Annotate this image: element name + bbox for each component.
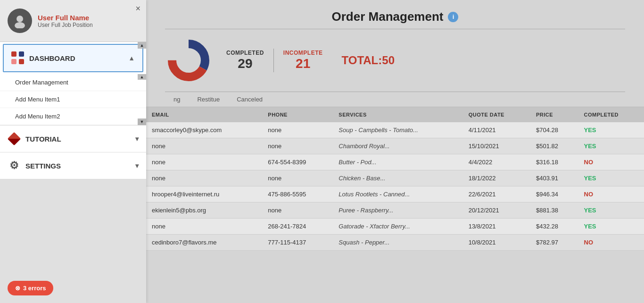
- cell-service: Lotus Rootlets - Canned...: [333, 186, 462, 202]
- nav-tutorial[interactable]: TUTORIAL ▾: [0, 126, 146, 152]
- cell-phone: none: [262, 170, 333, 186]
- table-row[interactable]: none none Chicken - Base... 18/1/2022 $4…: [146, 170, 644, 186]
- nav-settings-label: SETTINGS: [25, 162, 61, 170]
- table-row[interactable]: none 674-554-8399 Butter - Pod... 4/4/20…: [146, 154, 644, 170]
- cell-completed: YES: [578, 202, 644, 219]
- nav-dashboard[interactable]: DASHBOARD ▲: [3, 44, 143, 72]
- cell-completed: NO: [578, 154, 644, 170]
- main-content: Order Management i COMPLETED 29: [146, 0, 644, 303]
- col-email: EMAIL: [146, 107, 262, 122]
- user-name: User Full Name: [38, 14, 93, 22]
- cell-service: Squash - Pepper...: [333, 235, 462, 251]
- cell-completed: YES: [578, 122, 644, 138]
- user-job: User Full Job Position: [38, 22, 93, 28]
- nav-dashboard-label: DASHBOARD: [29, 54, 75, 62]
- table-row[interactable]: smaccorley0@skype.com none Soup - Campbe…: [146, 122, 644, 138]
- incomplete-stat: INCOMPLETE 21: [283, 50, 323, 71]
- cell-price: $432.28: [530, 219, 578, 235]
- nav-settings[interactable]: ⚙ SETTINGS ▾: [0, 152, 146, 179]
- nav-dashboard-section: ▲ DASHBOARD ▲ ▲ Order Management Add Men…: [0, 42, 146, 126]
- cell-price: $316.18: [530, 154, 578, 170]
- incomplete-label: INCOMPLETE: [283, 50, 323, 56]
- cell-date: 20/12/2021: [463, 202, 530, 219]
- stats-numbers: COMPLETED 29 INCOMPLETE 21 TOTAL:50: [226, 49, 395, 72]
- diamond-shape: [8, 132, 21, 145]
- table-wrapper: EMAIL PHONE SERVICES QUOTE DATE PRICE CO…: [146, 107, 644, 303]
- nav-sub-scroll-wrap: ▲ Order Management Add Menu Item1 Add Me…: [0, 74, 146, 125]
- error-icon: ⊗: [15, 285, 20, 292]
- cell-email: none: [146, 154, 262, 170]
- nav-add-menu-item2[interactable]: Add Menu Item2: [0, 108, 146, 125]
- cell-date: 10/8/2021: [463, 235, 530, 251]
- tab-ng[interactable]: ng: [165, 92, 189, 107]
- nav-tutorial-section: TUTORIAL ▾: [0, 126, 146, 152]
- nav-order-management[interactable]: Order Management: [0, 74, 146, 91]
- donut-chart: [165, 37, 212, 84]
- tab-canceled[interactable]: Canceled: [228, 92, 271, 107]
- error-text: 3 errors: [23, 285, 46, 292]
- table-body: smaccorley0@skype.com none Soup - Campbe…: [146, 122, 644, 251]
- tutorial-icon: [8, 132, 21, 145]
- page-header: Order Management i: [146, 0, 644, 29]
- dash-sq-4: [19, 59, 24, 64]
- cell-price: $782.97: [530, 235, 578, 251]
- tab-restitue[interactable]: Restitue: [189, 92, 228, 107]
- settings-chevron: ▾: [135, 162, 139, 169]
- cell-date: 4/11/2021: [463, 122, 530, 138]
- nav-sub-items: Order Management Add Menu Item1 Add Menu…: [0, 74, 146, 125]
- cell-service: Butter - Pod...: [333, 154, 462, 170]
- col-quote-date: QUOTE DATE: [463, 107, 530, 122]
- total-value: 50: [382, 54, 395, 67]
- col-price: PRICE: [530, 107, 578, 122]
- cell-phone: 777-115-4137: [262, 235, 333, 251]
- cell-email: none: [146, 138, 262, 154]
- close-button[interactable]: ×: [135, 4, 140, 14]
- cell-service: Chicken - Base...: [333, 170, 462, 186]
- cell-email: cedinboro7@flavors.me: [146, 235, 262, 251]
- user-info: User Full Name User Full Job Position: [38, 14, 93, 28]
- cell-date: 22/6/2021: [463, 186, 530, 202]
- table-header-row: EMAIL PHONE SERVICES QUOTE DATE PRICE CO…: [146, 107, 644, 122]
- info-icon[interactable]: i: [448, 12, 458, 22]
- cell-email: hrooper4@liveinternet.ru: [146, 186, 262, 202]
- cell-completed: NO: [578, 235, 644, 251]
- cell-email: none: [146, 219, 262, 235]
- sub-scroll-up[interactable]: ▲: [138, 74, 146, 80]
- dash-sq-1: [11, 51, 17, 57]
- col-phone: PHONE: [262, 107, 333, 122]
- cell-completed: YES: [578, 138, 644, 154]
- table-row[interactable]: none none Chambord Royal... 15/10/2021 $…: [146, 138, 644, 154]
- cell-email: smaccorley0@skype.com: [146, 122, 262, 138]
- cell-service: Gatorade - Xfactor Berry...: [333, 219, 462, 235]
- nav-scroll-up[interactable]: ▲: [138, 42, 146, 49]
- cell-price: $501.82: [530, 138, 578, 154]
- table-row[interactable]: hrooper4@liveinternet.ru 475-886-5595 Lo…: [146, 186, 644, 202]
- nav-add-menu-item1[interactable]: Add Menu Item1: [0, 91, 146, 108]
- tabs-bar: ng Restitue Canceled: [146, 92, 644, 107]
- user-profile: User Full Name User Full Job Position ×: [0, 0, 146, 42]
- donut-center: [178, 50, 199, 71]
- cell-completed: NO: [578, 186, 644, 202]
- nav-scroll-down[interactable]: ▼: [138, 118, 146, 125]
- page-title: Order Management: [332, 9, 444, 24]
- completed-stat: COMPLETED 29: [226, 50, 264, 71]
- total-label: TOTAL:: [342, 54, 382, 67]
- avatar: [8, 8, 32, 33]
- cell-phone: 674-554-8399: [262, 154, 333, 170]
- stat-divider: [273, 49, 274, 72]
- error-badge[interactable]: ⊗ 3 errors: [8, 281, 53, 295]
- cell-completed: YES: [578, 219, 644, 235]
- table-row[interactable]: ekienlein5@pbs.org none Puree - Raspberr…: [146, 202, 644, 219]
- table-row[interactable]: none 268-241-7824 Gatorade - Xfactor Ber…: [146, 219, 644, 235]
- table-row[interactable]: cedinboro7@flavors.me 777-115-4137 Squas…: [146, 235, 644, 251]
- cell-phone: none: [262, 122, 333, 138]
- svg-point-1: [15, 22, 25, 28]
- cell-phone: none: [262, 202, 333, 219]
- dashboard-chevron: ▲: [128, 54, 135, 62]
- dash-sq-3: [11, 59, 17, 64]
- cell-service: Soup - Campbells - Tomato...: [333, 122, 462, 138]
- cell-email: none: [146, 170, 262, 186]
- orders-table: EMAIL PHONE SERVICES QUOTE DATE PRICE CO…: [146, 107, 644, 251]
- sidebar: User Full Name User Full Job Position × …: [0, 0, 146, 303]
- col-completed: COMPLETED: [578, 107, 644, 122]
